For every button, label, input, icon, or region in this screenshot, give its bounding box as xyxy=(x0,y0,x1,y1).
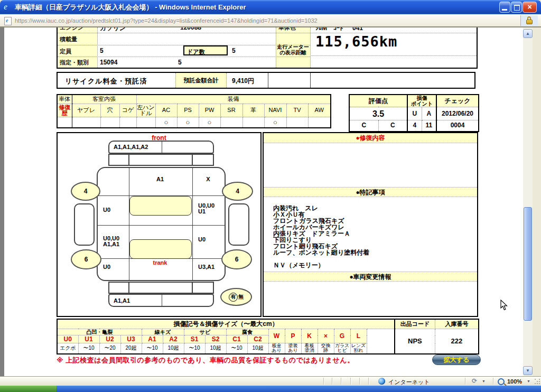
desc-c1: 〜10 xyxy=(226,343,247,354)
damage-points-header: 損傷 ポイント xyxy=(407,95,436,107)
statusbar-separator xyxy=(341,378,342,385)
lock-body xyxy=(526,20,533,24)
ie-icon xyxy=(4,2,13,12)
auction-sheet-page: エンジン ガソリン 120088 車体色 ｼﾛM ｺｰﾄﾞ 041 積載量 定員… xyxy=(4,27,523,376)
code-u2: U2 xyxy=(99,335,120,343)
restore-button[interactable] xyxy=(511,2,522,13)
equipment-header: 装備 xyxy=(136,95,331,104)
entry-number-header: 入庫番号 xyxy=(435,319,479,329)
zone-dropdown-icon[interactable]: ▼ xyxy=(482,379,486,383)
door-count-label: ドア数 xyxy=(184,49,205,55)
desc-s1: 〜10 xyxy=(184,343,205,354)
mark-sr xyxy=(220,117,242,128)
col-yabure: ヤブレ xyxy=(72,104,100,117)
group-corrosion: 腐食 xyxy=(226,329,268,335)
address-bar: https://www.iauc.co.jp/auction/predtslct… xyxy=(0,14,541,27)
close-button[interactable]: × xyxy=(523,2,537,13)
damage-u-label: U xyxy=(407,107,422,120)
damage-legend-table: 損傷記号＆損傷サイズ（〜最大cm） 出品コード 入庫番号 凸凹・亀裂 線キズ サ… xyxy=(57,319,479,354)
desc-u2: 〜20 xyxy=(99,343,120,354)
statusbar-separator xyxy=(465,378,466,385)
vehicle-change-header: ●車両変更情報 xyxy=(264,272,477,282)
minimize-button[interactable] xyxy=(499,2,510,13)
front-bumper-damage: A1,A1,A1,A2 xyxy=(114,144,148,150)
left-side-step xyxy=(74,203,95,246)
repair-notes-panel: ●修復内容 ●特記事項 内装汚れ スレ 小Ｘ小Ｕ有 フロントガラス飛石キズ ホイ… xyxy=(263,132,478,317)
letter-w: W xyxy=(268,329,285,343)
statusbar-separator xyxy=(323,378,324,385)
desc-x: 交換 跡 xyxy=(318,343,334,354)
front-left-wheel: 4 xyxy=(71,182,100,201)
zoom-level[interactable]: 100% xyxy=(507,378,522,385)
condition-equipment-table: 車体 客室内張 装備 修復歴 ヤブレ 穴 コゲ 左ハン ドル AC PS PW … xyxy=(57,94,331,128)
recycle-label: リサイクル料金・預託済 xyxy=(65,77,147,86)
hood-damage: A1 xyxy=(128,176,192,182)
code-u3: U3 xyxy=(120,335,142,343)
rear-bumper-panel: A1,A1 xyxy=(108,294,214,307)
page-icon xyxy=(4,17,12,25)
code-c1: C1 xyxy=(226,335,247,343)
check-date: 2012/06/20 xyxy=(436,107,479,120)
spare-yes: 有 xyxy=(229,293,238,302)
class-label: 指定・類別 xyxy=(60,59,89,67)
legend-empty-cell xyxy=(367,329,395,354)
scroll-down-button[interactable]: ▼ xyxy=(523,366,533,375)
mark-yabure xyxy=(72,117,100,128)
body-color-value: ｼﾛM ｺｰﾄﾞ 041 xyxy=(315,27,363,33)
statusbar-separator xyxy=(368,378,369,385)
code-c2: C2 xyxy=(247,335,268,343)
class-value2: 5 xyxy=(178,59,182,66)
enlarge-button[interactable]: 拡大する xyxy=(432,354,481,365)
browser-viewport: エンジン ガソリン 120088 車体色 ｼﾛM ｺｰﾄﾞ 041 積載量 定員… xyxy=(0,27,541,376)
trunk-label: trank xyxy=(128,260,192,266)
letter-x: × xyxy=(318,329,334,343)
left-window-frame xyxy=(0,27,4,376)
class-value: 15094 xyxy=(100,59,117,66)
statusbar-separator xyxy=(350,378,351,385)
rear-cowl-left xyxy=(108,282,129,294)
col-leather: 革 xyxy=(242,104,264,117)
mark-leather xyxy=(242,117,264,128)
disclaimer-text: ※ 上記検査は会員間取引の参考のものであり、車輌の品質を保証するものではありませ… xyxy=(57,356,355,365)
col-ana: 穴 xyxy=(100,104,119,117)
note-line: ＮＶ（メモリー） xyxy=(273,262,369,268)
taskbar xyxy=(0,386,541,392)
security-panel xyxy=(520,15,538,26)
odometer-value: 115,656km xyxy=(315,33,397,50)
lock-icon[interactable] xyxy=(526,16,533,25)
start-button-fragment[interactable] xyxy=(0,386,57,392)
door-front-right-damage: U0,U0 U1 xyxy=(198,203,214,214)
cabin-front-section xyxy=(129,196,192,216)
score-header: 評価点 xyxy=(349,95,407,107)
body-color-label: 車体色 xyxy=(278,27,296,32)
cowl-center xyxy=(128,154,193,166)
repair-history-label: 修復歴 xyxy=(57,104,72,117)
spare-no: 無 xyxy=(238,293,244,301)
code-u1: U1 xyxy=(78,335,99,343)
col-lhd: 左ハン ドル xyxy=(136,104,155,117)
globe-icon xyxy=(378,378,385,385)
note-line: ルーフ、ボンネット廻り塗料付着 xyxy=(273,249,369,256)
hood-right-damage: X xyxy=(192,176,225,182)
door-count-box: ドア数 xyxy=(183,45,228,55)
desc-k: 看板 塗消 xyxy=(301,343,318,354)
resize-grip[interactable] xyxy=(535,379,536,380)
col-ac: AC xyxy=(155,104,177,117)
zoom-dropdown-icon[interactable]: ▼ xyxy=(527,379,530,383)
recycle-fee-box: リサイクル料金・預託済 預託金額合計 9,410円 xyxy=(57,72,475,89)
security-zone-text: インターネット xyxy=(388,378,430,386)
restore-icon xyxy=(514,5,520,11)
url-text[interactable]: https://www.iauc.co.jp/auction/predtslct… xyxy=(15,17,318,24)
protected-mode-icon[interactable]: ⟳ xyxy=(472,377,477,385)
letter-l: L xyxy=(350,329,367,343)
score-value: 3.5 xyxy=(349,107,407,120)
desc-u0: エクボ xyxy=(57,343,78,354)
scrollbar-thumb[interactable] xyxy=(524,207,532,321)
damage-a-label: A xyxy=(422,107,436,120)
cowl-left xyxy=(108,154,129,166)
letter-k: K xyxy=(301,329,318,343)
vertical-scrollbar[interactable]: ▲ ▼ xyxy=(523,27,533,376)
desc-w: 板金 あり xyxy=(268,343,285,354)
scroll-up-button[interactable]: ▲ xyxy=(523,29,533,38)
damage-a-value: 11 xyxy=(422,120,436,132)
